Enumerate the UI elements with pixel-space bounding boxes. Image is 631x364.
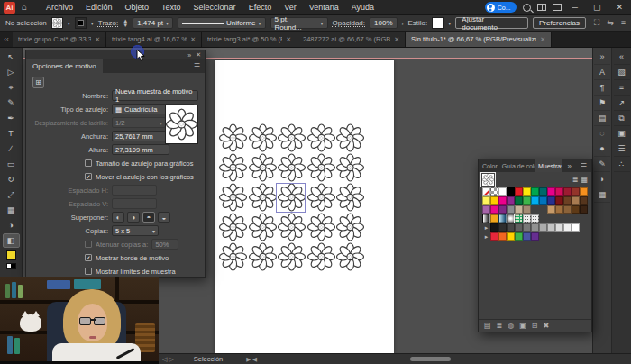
stroke-swatch[interactable] (75, 17, 87, 29)
name-input[interactable]: Nueva muestra de motivo 1 (112, 90, 198, 101)
overlap-bottom-front-icon[interactable]: ◒ (158, 212, 170, 223)
swatches-tab-color[interactable]: Color (479, 159, 498, 172)
color-swatch[interactable] (580, 187, 588, 196)
color-swatch[interactable] (482, 196, 490, 205)
color-swatch[interactable] (515, 187, 523, 196)
color-swatch[interactable] (531, 232, 539, 241)
color-swatch[interactable] (490, 223, 498, 232)
color-swatch[interactable] (555, 196, 563, 205)
swatch-libraries-icon[interactable]: ▤ (484, 322, 491, 330)
stroke-weight-field[interactable]: 1,474 pt▾ (133, 17, 173, 29)
align-panel-icon[interactable]: ☰ (614, 141, 630, 157)
list-view-icon[interactable]: ≣ (572, 176, 579, 184)
close-button[interactable]: ✕ (611, 3, 627, 12)
current-fill-swatch[interactable] (6, 250, 16, 260)
swatches-overflow-icon[interactable]: » (562, 162, 575, 170)
minimize-button[interactable]: ─ (568, 3, 582, 12)
show-edge-checkbox[interactable] (85, 254, 92, 261)
lasso-tool-icon[interactable]: ✎ (3, 96, 20, 110)
document-tab[interactable]: 2487272.ai @ 66,67 % (RGB/Pre...✕ (297, 32, 406, 47)
color-swatch[interactable] (507, 187, 515, 196)
stroke-dropdown-icon[interactable]: ▾ (91, 20, 94, 26)
color-swatch[interactable] (523, 205, 531, 214)
color-swatch[interactable] (507, 232, 515, 241)
color-swatch[interactable] (523, 223, 531, 232)
rotate-tool-icon[interactable]: ↻ (3, 172, 20, 187)
color-swatch[interactable] (563, 187, 572, 196)
transform-panel-icon[interactable]: ∴ (614, 157, 630, 172)
character-panel-icon[interactable]: A (594, 65, 610, 80)
dashed-circle-panel-icon[interactable]: ◌ (594, 126, 610, 141)
panel-menu-icon[interactable]: ☰ (189, 62, 205, 70)
show-limits-checkbox[interactable] (85, 268, 92, 275)
color-swatch[interactable] (498, 205, 507, 214)
close-tab-icon[interactable]: ✕ (286, 36, 291, 43)
menu-archivo[interactable]: Archivo (41, 1, 78, 14)
height-input[interactable]: 27,3109 mm (112, 144, 169, 155)
color-swatch[interactable] (498, 223, 507, 232)
menu-efecto[interactable]: Efecto (243, 1, 278, 14)
workspace-icon[interactable]: ≡ (621, 18, 626, 28)
menu-objeto[interactable]: Objeto (120, 1, 155, 14)
menu-ventana[interactable]: Ventana (304, 1, 344, 14)
color-swatch[interactable] (539, 187, 547, 196)
color-swatch[interactable] (490, 205, 498, 214)
color-swatch[interactable] (523, 232, 531, 241)
color-swatch[interactable] (523, 187, 531, 196)
shape-builder-tool-icon[interactable]: ▦ (3, 203, 20, 217)
width-input[interactable]: 25,7617 mm (112, 131, 169, 141)
flag-panel-icon[interactable]: ⚑ (594, 96, 610, 111)
filled-circle-panel-icon[interactable]: ● (594, 141, 610, 157)
pen-tool-icon[interactable]: ✒ (3, 111, 20, 125)
close-tab-icon[interactable]: ✕ (95, 36, 100, 43)
color-swatch[interactable] (490, 196, 498, 205)
document-tab[interactable]: trixie tang4.ai @ 16,67 % (RGB/...✕ (106, 32, 202, 47)
color-group-folder-icon[interactable]: ▸ (482, 232, 490, 241)
horizontal-scrollbar[interactable] (410, 357, 451, 361)
type-tool-icon[interactable]: T (3, 126, 20, 141)
color-swatch[interactable] (580, 205, 588, 214)
pattern-grid-panel-icon[interactable]: ▦ (594, 187, 610, 203)
document-tab[interactable]: trixie grupo C.ai* @ 33,33 % (R...✕ (13, 32, 106, 47)
menu-ayuda[interactable]: Ayuda (346, 1, 380, 14)
menu-edición[interactable]: Edición (80, 1, 118, 14)
swatches-tab-gu-a-de-colo[interactable]: Guía de colo (498, 159, 535, 172)
grad-b-swatch[interactable] (498, 214, 507, 223)
brush-select[interactable]: 5 pt. Round...▾ (270, 17, 328, 29)
panel-close-icon[interactable]: ✕ (196, 51, 201, 59)
color-swatch[interactable] (515, 205, 523, 214)
swatch-options-icon[interactable]: ◍ (508, 322, 514, 330)
fill-swatch[interactable] (51, 17, 63, 29)
color-swatch[interactable] (555, 187, 563, 196)
color-swatch[interactable] (531, 187, 539, 196)
magic-wand-tool-icon[interactable]: ⌖ (3, 80, 20, 95)
style-swatch[interactable] (432, 17, 444, 29)
layers-panel-icon[interactable]: ▤ (594, 111, 610, 126)
color-swatch[interactable] (555, 205, 563, 214)
fill-dropdown-icon[interactable]: ▾ (68, 20, 70, 26)
color-swatch[interactable] (498, 232, 507, 241)
color-swatch[interactable] (482, 205, 490, 214)
color-swatch[interactable] (498, 187, 507, 196)
color-swatch[interactable] (572, 187, 580, 196)
preferences-button[interactable]: Preferencias (533, 17, 586, 29)
menu-ver[interactable]: Ver (279, 1, 302, 14)
brush-panel-icon[interactable]: ✎ (594, 157, 610, 172)
pat-swatch[interactable] (523, 214, 531, 223)
fit-document-button[interactable]: Ajustar documento (455, 17, 528, 29)
scale-tool-icon[interactable]: ⤢ (3, 187, 20, 202)
document-tab[interactable]: trixie tang3.ai* @ 50 % (RGB/Pr...✕ (202, 32, 297, 47)
close-tab-icon[interactable]: ✕ (394, 36, 399, 43)
status-dropdown-icons[interactable]: ▶ ◀ (246, 356, 257, 363)
color-swatch[interactable] (572, 223, 580, 232)
pattern-tile-tool-icon[interactable]: ◧ (3, 233, 20, 248)
opacity-field[interactable]: 100% (370, 17, 397, 29)
color-swatch[interactable] (515, 223, 523, 232)
direct-selection-tool-icon[interactable]: ▷ (3, 65, 20, 79)
home-icon[interactable]: ⌂ (19, 2, 30, 13)
swatch-kinds-icon[interactable]: ≣ (497, 322, 503, 330)
document-tab[interactable]: Sin título-1* @ 66,67 % (RGB/Previsualiz… (406, 32, 552, 47)
color-swatch[interactable] (563, 196, 572, 205)
tab-overflow-icon[interactable]: ‹‹ (0, 32, 13, 47)
overlap-right-front-icon[interactable]: ◑ (127, 212, 140, 223)
